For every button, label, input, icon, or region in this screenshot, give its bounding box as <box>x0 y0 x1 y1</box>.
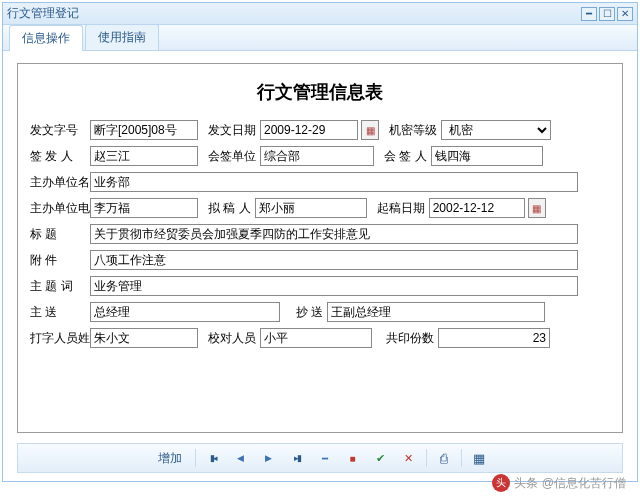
separator-3 <box>461 449 462 467</box>
input-signer[interactable] <box>90 146 198 166</box>
grid-view-button[interactable] <box>466 447 492 469</box>
row-2: 签 发 人 会签单位 会 签 人 <box>30 146 610 166</box>
row-5: 标 题 <box>30 224 610 244</box>
label-cc-send: 抄 送 <box>296 304 323 321</box>
input-doc-no[interactable] <box>90 120 198 140</box>
label-cosigner: 会 签 人 <box>384 148 427 165</box>
input-attach[interactable] <box>90 250 578 270</box>
app-window: 行文管理登记 ━ ☐ ✕ 信息操作 使用指南 行文管理信息表 发文字号 发文日期… <box>2 2 638 482</box>
input-draft-date[interactable] <box>429 198 525 218</box>
label-typist: 打字人员姓 <box>30 330 86 347</box>
label-draft-date: 起稿日期 <box>377 200 425 217</box>
form-title: 行文管理信息表 <box>30 80 610 104</box>
label-host-phone: 主办单位电 <box>30 200 86 217</box>
watermark-text: 头条 @信息化苦行僧 <box>514 475 626 492</box>
window-title: 行文管理登记 <box>7 5 579 22</box>
label-host-unit: 主办单位名 <box>30 174 86 191</box>
tab-bar: 信息操作 使用指南 <box>3 25 637 51</box>
form-body: 行文管理信息表 发文字号 发文日期 ▦ 机密等级 机密 签 发 人 会签单位 会… <box>3 51 637 481</box>
add-button[interactable]: 增加 <box>149 447 191 469</box>
form-box: 行文管理信息表 发文字号 发文日期 ▦ 机密等级 机密 签 发 人 会签单位 会… <box>17 63 623 433</box>
select-secrecy[interactable]: 机密 <box>441 120 551 140</box>
label-title: 标 题 <box>30 226 86 243</box>
row-4: 主办单位电 拟 稿 人 起稿日期 ▦ <box>30 198 610 218</box>
row-3: 主办单位名 <box>30 172 610 192</box>
tab-guide[interactable]: 使用指南 <box>85 24 159 50</box>
input-issue-date[interactable] <box>260 120 358 140</box>
input-subject[interactable] <box>90 276 578 296</box>
input-host-phone[interactable] <box>90 198 198 218</box>
input-drafter[interactable] <box>255 198 367 218</box>
input-proof[interactable] <box>260 328 372 348</box>
label-main-send: 主 送 <box>30 304 86 321</box>
close-button[interactable]: ✕ <box>617 7 633 21</box>
label-attach: 附 件 <box>30 252 86 269</box>
input-cosign-unit[interactable] <box>260 146 374 166</box>
separator-2 <box>426 449 427 467</box>
input-title[interactable] <box>90 224 578 244</box>
separator <box>195 449 196 467</box>
delete-button[interactable] <box>312 447 338 469</box>
input-host-unit[interactable] <box>90 172 578 192</box>
label-drafter: 拟 稿 人 <box>208 200 251 217</box>
row-1: 发文字号 发文日期 ▦ 机密等级 机密 <box>30 120 610 140</box>
stop-button[interactable] <box>340 447 366 469</box>
titlebar: 行文管理登记 ━ ☐ ✕ <box>3 3 637 25</box>
input-copies[interactable] <box>438 328 550 348</box>
confirm-button[interactable] <box>368 447 394 469</box>
toolbar: 增加 <box>17 443 623 473</box>
input-main-send[interactable] <box>90 302 280 322</box>
print-button[interactable] <box>431 447 457 469</box>
row-6: 附 件 <box>30 250 610 270</box>
label-secrecy: 机密等级 <box>389 122 437 139</box>
row-7: 主 题 词 <box>30 276 610 296</box>
label-cosign-unit: 会签单位 <box>208 148 256 165</box>
calendar-icon[interactable]: ▦ <box>361 120 379 140</box>
label-subject: 主 题 词 <box>30 278 86 295</box>
label-doc-no: 发文字号 <box>30 122 86 139</box>
row-9: 打字人员姓 校对人员 共印份数 <box>30 328 610 348</box>
next-record-button[interactable] <box>256 447 282 469</box>
cancel-button[interactable] <box>396 447 422 469</box>
first-record-button[interactable] <box>200 447 226 469</box>
input-cosigner[interactable] <box>431 146 543 166</box>
last-record-button[interactable] <box>284 447 310 469</box>
label-proof: 校对人员 <box>208 330 256 347</box>
prev-record-button[interactable] <box>228 447 254 469</box>
input-cc-send[interactable] <box>327 302 545 322</box>
watermark: 头 头条 @信息化苦行僧 <box>492 474 626 492</box>
row-8: 主 送 抄 送 <box>30 302 610 322</box>
label-issue-date: 发文日期 <box>208 122 256 139</box>
input-typist[interactable] <box>90 328 198 348</box>
label-signer: 签 发 人 <box>30 148 86 165</box>
maximize-button[interactable]: ☐ <box>599 7 615 21</box>
tab-info-ops[interactable]: 信息操作 <box>9 25 83 51</box>
calendar-icon-2[interactable]: ▦ <box>528 198 546 218</box>
label-copies: 共印份数 <box>386 330 434 347</box>
avatar-icon: 头 <box>492 474 510 492</box>
minimize-button[interactable]: ━ <box>581 7 597 21</box>
